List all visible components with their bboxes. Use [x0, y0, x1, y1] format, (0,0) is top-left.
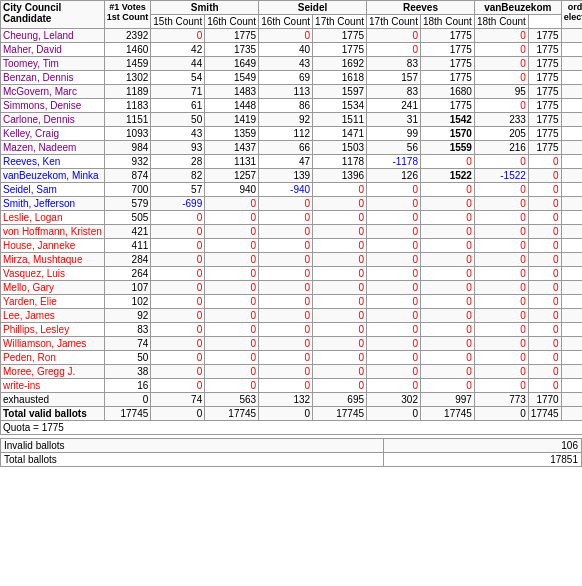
reeves-count1: 241: [367, 99, 421, 113]
votes-count: 1093: [104, 127, 151, 141]
reeves-count2: 1775: [420, 43, 474, 57]
candidate-name: Mirza, Mushtaque: [1, 253, 105, 267]
van-count2: 0: [528, 281, 561, 295]
candidate-name: House, Janneke: [1, 239, 105, 253]
votes-count: 83: [104, 323, 151, 337]
van-count1: 95: [474, 85, 528, 99]
order-elected: [561, 379, 582, 393]
order-elected: [561, 393, 582, 407]
seidel-count1: 47: [259, 155, 313, 169]
smith-count2: 0: [205, 225, 259, 239]
seidel-count2: 0: [313, 365, 367, 379]
candidate-name: Seidel, Sam: [1, 183, 105, 197]
quota-row: Quota = 1775: [1, 421, 583, 435]
reeves-count2: 0: [420, 155, 474, 169]
order-elected: 6: [561, 85, 582, 99]
reeves-count2: 0: [420, 337, 474, 351]
seidel-count1: 139: [259, 169, 313, 183]
smith-count2: 563: [205, 393, 259, 407]
votes-count: 1183: [104, 99, 151, 113]
candidate-name: vanBeuzekom, Minka: [1, 169, 105, 183]
reeves-count2: 0: [420, 267, 474, 281]
smith-count1: 0: [151, 379, 205, 393]
seidel-count2: 1503: [313, 141, 367, 155]
invalid-value: 106: [384, 439, 582, 453]
candidate-name: Lee, James: [1, 309, 105, 323]
group-header-row: City Council Candidate #1 Votes 1st Coun…: [1, 1, 583, 15]
van-count2: 1775: [528, 141, 561, 155]
reeves-count2: 0: [420, 225, 474, 239]
candidate-name: Kelley, Craig: [1, 127, 105, 141]
reeves-count2: 0: [420, 323, 474, 337]
order-elected: 8: [561, 113, 582, 127]
reeves-count1: 83: [367, 57, 421, 71]
seidel-count2: 0: [313, 197, 367, 211]
seidel-count2: 1775: [313, 43, 367, 57]
seidel-count2: 695: [313, 393, 367, 407]
reeves-count2: 1775: [420, 99, 474, 113]
reeves-count2: 1775: [420, 29, 474, 43]
city-council-title: City Council Candidate: [1, 1, 105, 29]
van-count1: 0: [474, 183, 528, 197]
seidel-count1: 92: [259, 113, 313, 127]
reeves-count1: 0: [367, 253, 421, 267]
seidel-count2: 1178: [313, 155, 367, 169]
seidel-count1: 0: [259, 351, 313, 365]
van-count1: 216: [474, 141, 528, 155]
seidel-count1: 0: [259, 211, 313, 225]
smith-count1: 61: [151, 99, 205, 113]
results-table: City Council Candidate #1 Votes 1st Coun…: [0, 0, 582, 435]
smith-count2: 1437: [205, 141, 259, 155]
reeves-count2: 1542: [420, 113, 474, 127]
reeves-count2: 1559: [420, 141, 474, 155]
van-count2: 0: [528, 253, 561, 267]
candidate-name: Yarden, Elie: [1, 295, 105, 309]
reeves-count2: 0: [420, 365, 474, 379]
smith-count2-header: 16th Count: [205, 15, 259, 29]
table-row: write-ins1600000000: [1, 379, 583, 393]
reeves-count1: 0: [367, 309, 421, 323]
seidel-count1: 0: [259, 365, 313, 379]
van-count1: 0: [474, 365, 528, 379]
seidel-count1: 66: [259, 141, 313, 155]
smith-count1: 82: [151, 169, 205, 183]
seidel-count2: 1692: [313, 57, 367, 71]
smith-count2: 0: [205, 379, 259, 393]
candidate-name: Cheung, Leland: [1, 29, 105, 43]
van-count1-header: 18th Count: [474, 15, 528, 29]
seidel-count1: 132: [259, 393, 313, 407]
table-row: Leslie, Logan50500000000: [1, 211, 583, 225]
seidel-count1: 0: [259, 197, 313, 211]
van-count2: 0: [528, 337, 561, 351]
reeves-count1: 0: [367, 337, 421, 351]
smith-count1: 50: [151, 113, 205, 127]
seidel-count2: 1511: [313, 113, 367, 127]
summary-table: Invalid ballots 106 Total ballots 17851: [0, 438, 582, 467]
smith-count1: 74: [151, 393, 205, 407]
votes-count: 579: [104, 197, 151, 211]
van-count1: 0: [474, 43, 528, 57]
smith-count1: 0: [151, 323, 205, 337]
reeves-count1: 302: [367, 393, 421, 407]
table-row: House, Janneke41100000000: [1, 239, 583, 253]
vanbeuzekom-group-header: vanBeuzekom: [474, 1, 561, 15]
totals-s2: 17745: [205, 407, 259, 421]
seidel-count1: 0: [259, 295, 313, 309]
smith-count2: 0: [205, 281, 259, 295]
smith-count1: 0: [151, 309, 205, 323]
reeves-count1: 83: [367, 85, 421, 99]
seidel-count1: 86: [259, 99, 313, 113]
van-count2: 0: [528, 309, 561, 323]
table-row: exhausted0745631326953029977731770: [1, 393, 583, 407]
smith-count2: 1549: [205, 71, 259, 85]
votes-count: 50: [104, 351, 151, 365]
reeves-count2: 0: [420, 211, 474, 225]
table-row: Lee, James9200000000: [1, 309, 583, 323]
smith-count2: 940: [205, 183, 259, 197]
van-count2: 1775: [528, 43, 561, 57]
seidel-count1: 69: [259, 71, 313, 85]
reeves-count1: 0: [367, 351, 421, 365]
seidel-count1: 0: [259, 267, 313, 281]
seidel-count1: 0: [259, 323, 313, 337]
reeves-count2: 0: [420, 239, 474, 253]
